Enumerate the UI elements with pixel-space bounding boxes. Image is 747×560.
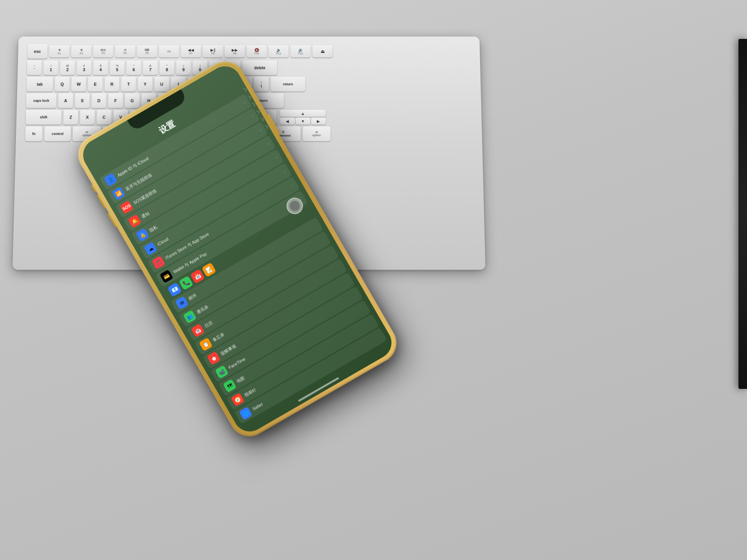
return-key[interactable]: return xyxy=(271,77,305,91)
facetime-icon: 📹 xyxy=(215,365,229,379)
left-shift-key[interactable]: shift xyxy=(26,110,62,125)
reminders-icon: ⏰ xyxy=(207,351,221,365)
apple-id-icon: 👤 xyxy=(104,173,118,187)
delete-key[interactable]: delete xyxy=(242,61,277,75)
tilde-key[interactable]: ~ ` xyxy=(27,61,42,75)
f4-key[interactable]: ⊡ F4 xyxy=(115,45,135,57)
4-key[interactable]: $ 4 xyxy=(93,61,108,75)
itunes-icon: 🎵 xyxy=(152,256,166,270)
network-icon: 📶 xyxy=(112,187,126,201)
3-key[interactable]: # 3 xyxy=(77,61,91,75)
calendar-app-icon: 📅 xyxy=(191,324,205,338)
tab-key[interactable]: tab xyxy=(26,77,53,91)
scroll-chevron-3 xyxy=(251,103,255,107)
down-arrow-key[interactable]: ▼ xyxy=(296,117,310,124)
scroll-chevron-5 xyxy=(260,118,264,122)
w-key[interactable]: W xyxy=(71,77,86,91)
mail-icon[interactable]: 📧 xyxy=(167,282,182,297)
mail-app-icon: ✉ xyxy=(175,296,189,310)
privacy-icon: 🔒 xyxy=(136,228,150,242)
caps-lock-key[interactable]: caps lock xyxy=(26,93,56,108)
notification-icon: 🔔 xyxy=(128,214,142,228)
control-key[interactable]: control xyxy=(44,126,71,141)
q-key[interactable]: Q xyxy=(54,77,70,91)
f1-key[interactable]: ☀ F1 xyxy=(49,45,69,57)
g-key[interactable]: G xyxy=(125,93,140,108)
contacts-icon[interactable]: 📞 xyxy=(179,276,193,290)
maps-icon: 🗺 xyxy=(223,379,237,393)
compass-icon: 🧭 xyxy=(231,393,245,407)
r-key[interactable]: R xyxy=(105,77,119,91)
f8-key[interactable]: ▶‖ F8 xyxy=(203,45,223,57)
f9-key[interactable]: ▶▶ F9 xyxy=(225,45,245,57)
notes-icon[interactable]: 📝 xyxy=(202,262,216,277)
left-arrow-key[interactable]: ◀ xyxy=(280,117,295,124)
notes-app-icon: 📋 xyxy=(199,338,213,352)
sos-icon: SOS xyxy=(120,200,134,214)
d-key[interactable]: D xyxy=(91,93,106,108)
s-key[interactable]: S xyxy=(75,93,89,108)
scroll-chevron-1 xyxy=(243,88,247,92)
eject-key[interactable]: ⏏ xyxy=(312,45,333,57)
f7-key[interactable]: ◀◀ F7 xyxy=(181,45,201,57)
contacts-app-icon: 👥 xyxy=(183,310,197,324)
7-key[interactable]: & 7 xyxy=(143,61,158,75)
u-key[interactable]: U xyxy=(154,77,169,91)
1-key[interactable]: ! 1 xyxy=(44,61,58,75)
esc-key[interactable]: esc xyxy=(27,44,47,59)
t-key[interactable]: T xyxy=(121,77,136,91)
scroll-chevron-4 xyxy=(256,110,260,114)
f12-key[interactable]: 🔊 F12 xyxy=(291,45,311,57)
external-device-edge xyxy=(738,39,747,389)
z-key[interactable]: Z xyxy=(63,110,78,125)
f11-key[interactable]: 🔉 F11 xyxy=(268,45,289,57)
9-key[interactable]: ( 9 xyxy=(176,61,191,75)
right-alt-option-key[interactable]: alt option xyxy=(303,126,331,141)
fn-key[interactable]: fn xyxy=(25,126,43,141)
safari-icon: 🌐 xyxy=(239,406,253,420)
6-key[interactable]: ^ 6 xyxy=(126,61,141,75)
y-key[interactable]: Y xyxy=(138,77,153,91)
scroll-chevron-2 xyxy=(247,96,251,100)
backslash-key[interactable]: | \ xyxy=(254,77,269,91)
up-arrow-key[interactable]: ▲ xyxy=(280,110,326,117)
f-key[interactable]: F xyxy=(108,93,123,108)
number-row: ~ ` ! 1 @ 2 # 3 $ 4 % 5 xyxy=(27,61,471,75)
f2-key[interactable]: ☀ F2 xyxy=(71,45,91,57)
f5-key[interactable]: ⌨ F5 xyxy=(137,45,157,57)
function-row: esc ☀ F1 ☀ F2 ⊞⊟ F3 ⊡ F4 ⌨ F5 xyxy=(27,44,471,59)
8-key[interactable]: * 8 xyxy=(160,61,174,75)
f3-key[interactable]: ⊞⊟ F3 xyxy=(93,45,113,57)
5-key[interactable]: % 5 xyxy=(110,61,124,75)
wallet-icon: 💳 xyxy=(160,270,174,284)
c-key[interactable]: C xyxy=(96,110,111,125)
x-key[interactable]: X xyxy=(80,110,95,125)
a-key[interactable]: A xyxy=(58,93,73,108)
2-key[interactable]: @ 2 xyxy=(60,61,75,75)
right-arrow-key[interactable]: ▶ xyxy=(311,117,326,124)
f10-key[interactable]: 🔇 F10 xyxy=(247,45,267,57)
e-key[interactable]: E xyxy=(88,77,103,91)
icloud-icon: ☁ xyxy=(144,242,158,256)
calendar-icon[interactable]: 📅 xyxy=(190,269,205,284)
f6-key[interactable]: F6 xyxy=(159,45,179,57)
